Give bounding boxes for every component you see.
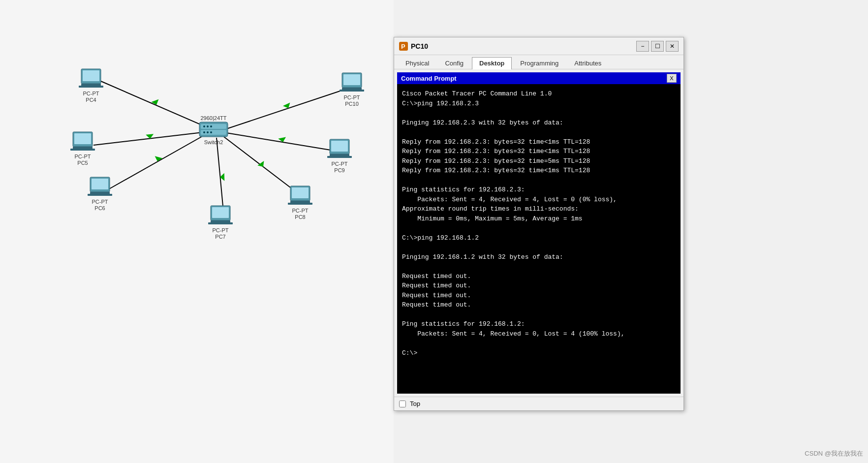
svg-text:PC-PT: PC-PT [292,208,309,214]
svg-point-22 [210,131,212,133]
cmd-title: Command Prompt [401,75,457,82]
window-title-area: P PC10 [399,42,428,51]
maximize-button[interactable]: ☐ [651,41,664,52]
window-controls: − ☐ ✕ [636,41,679,52]
svg-text:PC7: PC7 [215,234,225,240]
svg-rect-33 [70,149,95,151]
minimize-button[interactable]: − [636,41,649,52]
window-titlebar: P PC10 − ☐ ✕ [394,37,683,55]
svg-text:PC10: PC10 [345,101,359,107]
window-close-button[interactable]: ✕ [666,41,679,52]
cmd-close-button[interactable]: X [667,74,677,83]
pc10-window: P PC10 − ☐ ✕ Physical Config Desktop Pro… [394,37,684,411]
svg-text:2960|24TT: 2960|24TT [200,115,226,121]
cmd-titlebar: Command Prompt X [397,72,681,84]
tab-attributes[interactable]: Attributes [567,57,609,69]
svg-text:PC-PT: PC-PT [332,161,348,167]
svg-text:PC9: PC9 [334,167,344,173]
svg-text:PC-PT: PC-PT [75,154,91,159]
top-checkbox[interactable] [399,401,406,407]
tabs-bar: Physical Config Desktop Programming Attr… [394,55,683,69]
svg-rect-28 [83,70,99,81]
svg-text:PC-PT: PC-PT [213,227,229,233]
bottom-bar: Top [394,397,683,410]
svg-point-18 [207,125,209,127]
svg-text:PC4: PC4 [86,97,96,103]
svg-point-21 [207,131,209,133]
svg-text:PC-PT: PC-PT [344,94,360,100]
cmd-container: Command Prompt X Cisco Packet Tracer PC … [394,69,683,397]
svg-rect-57 [327,156,352,158]
tab-programming[interactable]: Programming [513,57,566,69]
svg-text:Switch2: Switch2 [204,139,223,145]
network-diagram: 2960|24TT Switch2 PC-PT PC4 PC-PT PC5 PC… [0,0,394,463]
svg-point-19 [210,125,212,127]
svg-text:P: P [401,43,405,50]
svg-point-17 [203,125,205,127]
svg-text:PC-PT: PC-PT [92,199,108,205]
app-icon: P [399,42,408,51]
cmd-output[interactable]: Cisco Packet Tracer PC Command Line 1.0 … [397,84,681,394]
svg-rect-51 [288,203,312,205]
svg-rect-27 [79,86,103,88]
svg-rect-52 [292,187,309,198]
svg-rect-40 [92,179,108,189]
tab-physical[interactable]: Physical [398,57,436,69]
svg-text:PC6: PC6 [94,205,105,211]
top-label: Top [410,400,420,407]
tab-desktop[interactable]: Desktop [472,57,512,69]
svg-text:PC8: PC8 [295,214,305,220]
svg-text:PC-PT: PC-PT [83,91,99,96]
svg-rect-58 [331,141,348,152]
window-title: PC10 [411,42,428,50]
svg-point-20 [203,131,205,133]
svg-rect-39 [88,194,112,196]
watermark: CSDN @我在放我在 [805,449,863,458]
svg-text:PC5: PC5 [77,160,88,166]
svg-rect-46 [212,207,229,218]
svg-rect-45 [208,222,233,224]
svg-rect-34 [74,133,91,144]
svg-line-0 [101,81,214,130]
svg-rect-63 [340,90,364,92]
tab-config[interactable]: Config [437,57,471,69]
svg-rect-64 [343,74,360,85]
